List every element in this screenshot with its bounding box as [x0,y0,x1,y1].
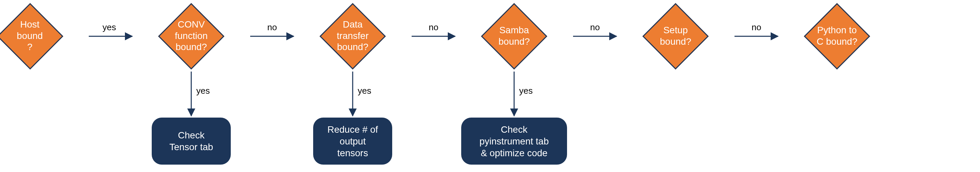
edge-samba-to-setup-label: no [590,22,600,32]
decision-conv-function-bound [158,3,224,69]
decision-setup-bound [643,3,709,69]
edge-data-to-samba-label: no [429,22,438,32]
edge-host-to-conv-label: yes [102,22,116,32]
edge-setup-to-python-label: no [752,22,761,32]
edge-conv-to-data-label: no [267,22,277,32]
decision-host-bound [0,3,63,69]
action-check-tensor-tab-label: CheckTensor tab [169,129,213,153]
action-reduce-output-tensors: Reduce # ofoutputtensors [313,117,392,165]
decision-python-to-c-bound [804,3,870,69]
action-check-pyinstrument: Checkpyinstrument tab& optimize code [461,117,567,165]
edge-conv-to-tensor-label: yes [196,86,210,96]
action-reduce-output-tensors-label: Reduce # ofoutputtensors [328,124,378,159]
edge-samba-to-pyinst-label: yes [519,86,533,96]
flowchart-canvas: Hostbound? CONVfunctionbound? Datatransf… [0,0,980,172]
action-check-tensor-tab: CheckTensor tab [152,117,231,165]
decision-samba-bound [481,3,547,69]
action-check-pyinstrument-label: Checkpyinstrument tab& optimize code [480,124,549,159]
edge-data-to-reduce-label: yes [358,86,371,96]
decision-data-transfer-bound [320,3,386,69]
